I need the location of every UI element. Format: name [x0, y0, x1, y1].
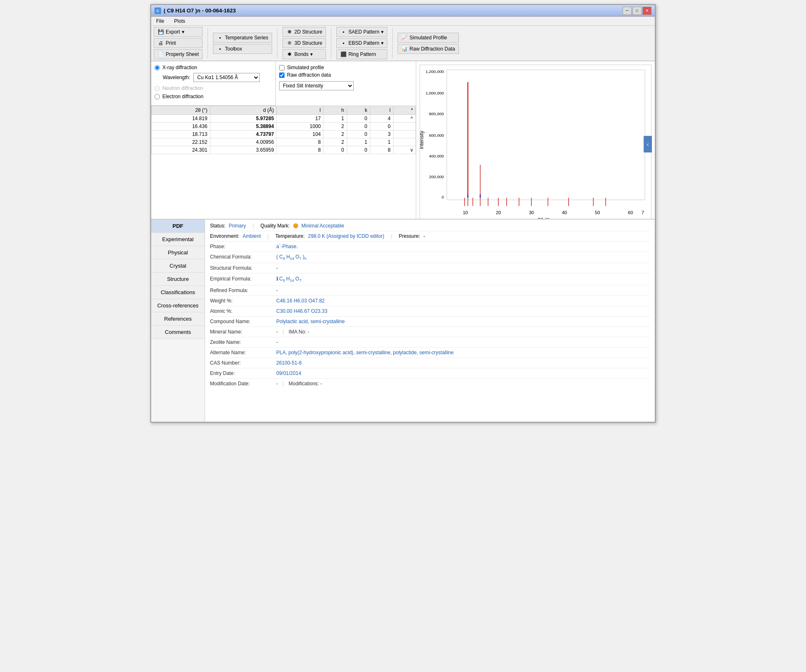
nav-item-classifications[interactable]: Classifications [151, 286, 205, 299]
xray-label[interactable]: X-ray diffraction [162, 65, 197, 70]
close-button[interactable]: ✕ [642, 7, 652, 15]
modification-value: - | Modifications: - [276, 381, 322, 387]
ebsd-button[interactable]: ▪ EBSD Pattern ▾ [336, 38, 387, 48]
table-row[interactable]: 24.301 3.65959 8 0 0 8 v [152, 146, 416, 154]
y-tick-1000k: 1,000,000 [426, 91, 444, 95]
x-tick-10: 10 [463, 210, 468, 215]
environment-label: Environment: [210, 233, 239, 239]
structure-2d-button[interactable]: ❋ 2D Structure [282, 27, 326, 37]
table-row[interactable]: 16.436 5.38894 1000 2 0 0 [152, 123, 416, 131]
property-sheet-icon: 📄 [157, 51, 164, 58]
toolbar: 💾 Export ▾ 🖨 Print 📄 Property Sheet ▪ Te… [151, 26, 655, 61]
nav-item-comments[interactable]: Comments [151, 326, 205, 339]
col-header-d: d (Å) [210, 106, 277, 115]
nav-item-cross-references[interactable]: Cross-references [151, 299, 205, 312]
atomic-label: Atomic %: [210, 308, 276, 314]
structural-label: Structural Formula: [210, 265, 276, 271]
raw-checkbox[interactable] [279, 73, 285, 78]
y-tick-200k: 200,000 [429, 174, 444, 179]
property-sheet-button[interactable]: 📄 Property Sheet [154, 49, 203, 59]
simulated-label[interactable]: Simulated profile [287, 65, 324, 70]
left-panel: X-ray diffraction Wavelength: Cu Kα1 1.5… [151, 61, 416, 219]
col-header-h: h [323, 106, 347, 115]
raw-label[interactable]: Raw diffraction data [287, 72, 331, 78]
raw-diffraction-button[interactable]: 📊 Raw Diffraction Data [398, 44, 459, 54]
ring-icon: ⬛ [340, 51, 347, 58]
col-header-k: k [347, 106, 370, 115]
bonds-button[interactable]: ✱ Bonds ▾ [282, 49, 326, 59]
slit-select[interactable]: Fixed Slit Intensity [279, 81, 354, 90]
toolbox-button[interactable]: ▪ Toolbox [213, 44, 272, 54]
expand-chart-button[interactable]: ‹ [644, 136, 652, 152]
nav-item-crystal[interactable]: Crystal [151, 259, 205, 273]
print-button[interactable]: 🖨 Print [154, 38, 203, 48]
quality-indicator [293, 223, 298, 228]
env-sep: | [268, 233, 269, 239]
electron-radio-row: Electron diffraction [154, 94, 272, 99]
chemical-value: ( C9 H14 O7 )n [276, 254, 306, 261]
temperature-label: Temperature: [275, 233, 305, 239]
nav-item-structure[interactable]: Structure [151, 273, 205, 286]
mineral-value: - | IMA No: - [276, 329, 309, 335]
y-tick-1200k: 1,200,000 [426, 69, 444, 74]
simulated-profile-icon: 📈 [401, 34, 408, 41]
environment-row: Environment: Ambient | Temperature: 298.… [210, 233, 650, 242]
main-content: X-ray diffraction Wavelength: Cu Kα1 1.5… [151, 61, 655, 219]
print-icon: 🖨 [157, 40, 164, 46]
cas-label: CAS Number: [210, 360, 276, 366]
xray-radio[interactable] [154, 65, 160, 70]
nav-item-references[interactable]: References [151, 312, 205, 326]
atomic-value: C30.00 H46.67 O23.33 [276, 308, 327, 314]
entry-label: Entry Date: [210, 370, 276, 376]
neutron-label[interactable]: Neutron diffraction [162, 85, 203, 91]
structure-3d-button[interactable]: ❊ 3D Structure [282, 38, 326, 48]
weight-value: C46.16 H6.03 O47.82 [276, 298, 325, 304]
export-button[interactable]: 💾 Export ▾ [154, 27, 203, 37]
menu-plots[interactable]: Plots [171, 18, 188, 24]
ring-button[interactable]: ⬛ Ring Pattern [336, 49, 387, 59]
menu-file[interactable]: File [154, 18, 167, 24]
temp-series-button[interactable]: ▪ Temperature Series [213, 33, 272, 43]
nav-item-physical[interactable]: Physical [151, 246, 205, 259]
electron-label[interactable]: Electron diffraction [162, 94, 203, 99]
table-row[interactable]: 18.713 4.73797 104 2 0 3 [152, 131, 416, 138]
menu-bar: File Plots [151, 17, 655, 26]
compound-row: Compound Name: Polylactic acid, semi-cry… [210, 319, 650, 327]
simulated-checkbox-row: Simulated profile [279, 65, 363, 70]
status-label: Status: [210, 223, 225, 229]
window-title: ( C9 H14 O7 )n - 00-064-1623 [164, 7, 236, 14]
x-tick-7: 7 [642, 210, 644, 215]
y-tick-800k: 800,000 [429, 111, 444, 116]
xray-radio-row: X-ray diffraction [154, 65, 272, 70]
right-panel: 1,200,000 1,000,000 800,000 600,000 400,… [416, 61, 655, 219]
atomic-row: Atomic %: C30.00 H46.67 O23.33 [210, 308, 650, 317]
table-row[interactable]: 22.152 4.00956 8 2 1 1 [152, 138, 416, 146]
nav-item-pdf[interactable]: PDF [151, 220, 205, 233]
chemical-formula-row: Chemical Formula: ( C9 H14 O7 )n [210, 254, 650, 263]
entry-value: 09/01/2014 [276, 370, 301, 376]
status-sep: | [253, 223, 254, 229]
detail-panel: Status: Primary | Quality Mark: Minimal … [205, 220, 655, 422]
neutron-radio[interactable] [154, 86, 160, 91]
simulated-profile-button[interactable]: 📈 Simulated Profile [398, 33, 459, 43]
zeolite-row: Zeolite Name: - [210, 339, 650, 348]
alternate-label: Alternate Name: [210, 350, 276, 355]
weight-label: Weight %: [210, 298, 276, 304]
saed-button[interactable]: ▪ SAED Pattern ▾ [336, 27, 387, 37]
nav-item-experimental[interactable]: Experimental [151, 233, 205, 246]
structural-value: - [276, 265, 278, 271]
table-row[interactable]: 14.819 5.97285 17 1 0 4 ^ [152, 115, 416, 123]
x-axis-label: 2θ (°) [538, 217, 550, 219]
wavelength-select[interactable]: Cu Kα1 1.54056 Å [193, 73, 260, 82]
weight-row: Weight %: C46.16 H6.03 O47.82 [210, 298, 650, 306]
x-tick-50: 50 [595, 210, 600, 215]
empirical-label: Empirical Formula: [210, 276, 276, 282]
y-tick-600k: 600,000 [429, 133, 444, 138]
minimize-button[interactable]: ─ [623, 7, 632, 15]
maximize-button[interactable]: □ [632, 7, 642, 15]
electron-radio[interactable] [154, 94, 160, 99]
col-header-I: I [277, 106, 323, 115]
simulated-checkbox[interactable] [279, 65, 285, 70]
cas-row: CAS Number: 26100-51-6 [210, 360, 650, 368]
temp-sep: | [391, 233, 392, 239]
